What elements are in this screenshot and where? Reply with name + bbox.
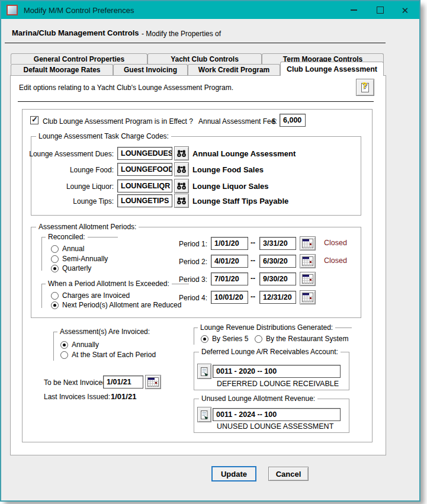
charge-code-input[interactable] xyxy=(117,194,172,207)
check-icon: ✓ xyxy=(31,115,38,124)
radio-label: Annually xyxy=(72,341,99,349)
charge-desc: Lounge Food Sales xyxy=(192,165,264,174)
radio-icon xyxy=(51,255,59,263)
next-invoiced-input[interactable] xyxy=(103,375,143,389)
radio-label: Quarterly xyxy=(62,264,91,272)
unused-account-input[interactable] xyxy=(213,408,341,421)
charge-desc: Lounge Liquor Sales xyxy=(192,182,269,191)
radio-label: Next Period(s) Allotment are Reduced xyxy=(62,301,181,309)
next-invoiced-label: To be Next Invoiced: xyxy=(44,378,108,387)
radio-annually[interactable]: Annually xyxy=(60,340,99,349)
window-title: Modify M/M Control Preferences xyxy=(24,6,134,15)
binoculars-icon xyxy=(177,182,186,190)
calendar-icon xyxy=(302,239,313,248)
update-button[interactable]: Update xyxy=(211,466,256,481)
lookup-button[interactable] xyxy=(174,146,189,160)
radio-label: Semi-Annually xyxy=(62,255,108,263)
maximize-button[interactable] xyxy=(370,1,391,19)
lookup-button[interactable] xyxy=(174,162,189,176)
period-start-input[interactable] xyxy=(211,255,248,268)
charge-desc: Lounge Staff Tips Payable xyxy=(192,197,288,206)
minimize-button[interactable] xyxy=(343,1,364,19)
radio-label: By the Restaurant System xyxy=(266,335,348,343)
calendar-button[interactable] xyxy=(300,236,316,251)
charge-row-label: Lounge Food: xyxy=(19,166,114,174)
tab-label: Guest Invoicing xyxy=(124,66,177,74)
period-end-input[interactable] xyxy=(259,255,296,268)
radio-annual[interactable]: Annual xyxy=(51,244,84,253)
maximize-icon xyxy=(377,7,384,14)
lookup-button[interactable] xyxy=(174,194,189,208)
charge-code-input[interactable] xyxy=(117,163,172,176)
date-range-separator: -- xyxy=(251,293,255,301)
calendar-icon xyxy=(302,293,313,302)
radio-icon xyxy=(51,292,59,300)
fee-label: Annual Assessment Fee: xyxy=(198,117,277,126)
calendar-icon xyxy=(147,377,159,387)
calendar-button[interactable] xyxy=(300,254,316,268)
program-in-effect-label: Club Lounge Assessment Program is in Eff… xyxy=(43,117,193,126)
calendar-button[interactable] xyxy=(300,272,316,286)
lookup-button[interactable] xyxy=(174,179,189,193)
update-button-label: Update xyxy=(221,470,247,479)
calendar-button[interactable] xyxy=(145,375,161,389)
period-end-input[interactable] xyxy=(259,237,296,250)
close-button[interactable]: ✕ xyxy=(393,1,417,19)
radio-charges-invoiced[interactable]: Charges are Invoiced xyxy=(51,291,130,300)
deferred-account-desc: DEFERRED LOUNGE RECEIVABLE xyxy=(217,380,339,388)
tab-yacht-club-controls[interactable]: Yacht Club Controls xyxy=(147,53,262,64)
account-lookup-button[interactable] xyxy=(197,407,211,422)
period-status: Closed xyxy=(324,239,347,247)
exceeded-legend: When a Period Allotment Is Exceeded: xyxy=(46,280,172,288)
charge-row-label: Lounge Assessment Dues: xyxy=(19,150,114,158)
cancel-button[interactable]: Cancel xyxy=(268,467,309,481)
calendar-icon xyxy=(302,274,313,284)
tab-label: General Control Properties xyxy=(34,55,124,63)
deferred-account-input[interactable] xyxy=(213,365,341,378)
help-button[interactable]: ? xyxy=(356,79,374,96)
period-label: Period 1: xyxy=(178,240,207,248)
description-divider xyxy=(18,101,374,102)
period-start-input[interactable] xyxy=(211,291,248,304)
period-start-input[interactable] xyxy=(211,272,248,285)
period-status: Closed xyxy=(324,256,347,265)
radio-semi-annually[interactable]: Semi-Annually xyxy=(51,254,108,264)
period-end-input[interactable] xyxy=(259,272,296,285)
page-title: Marina/Club Management Controls xyxy=(12,28,139,37)
account-lookup-button[interactable] xyxy=(197,364,211,379)
radio-by-series-5[interactable]: By Series 5 xyxy=(201,334,248,344)
radio-by-restaurant-system[interactable]: By the Restaurant System xyxy=(255,334,348,344)
binoculars-icon xyxy=(177,150,186,158)
radio-start-of-each-period[interactable]: At the Start of Each Period xyxy=(60,350,156,359)
page-subtitle: - Modify the Properties of xyxy=(142,30,221,38)
minimize-icon xyxy=(351,9,357,11)
tab-default-moorage-rates[interactable]: Default Moorage Rates xyxy=(11,64,113,75)
cancel-button-label: Cancel xyxy=(276,470,301,479)
period-label: Period 4: xyxy=(178,294,207,302)
period-start-input[interactable] xyxy=(211,237,248,250)
tab-guest-invoicing[interactable]: Guest Invoicing xyxy=(113,64,188,75)
calendar-icon xyxy=(302,256,313,266)
calendar-button[interactable] xyxy=(300,290,316,304)
charge-code-input[interactable] xyxy=(117,179,172,192)
tab-club-lounge-assessment[interactable]: Club Lounge Assessment xyxy=(280,62,384,76)
deferred-account-legend: Deferred Lounge A/R Receivables Account: xyxy=(199,348,341,356)
tab-general-control-properties[interactable]: General Control Properties xyxy=(11,53,147,64)
invoiced-legend: Assessment(s) Are Invoiced: xyxy=(57,328,152,336)
date-range-separator: -- xyxy=(251,239,255,247)
period-label: Period 2: xyxy=(178,258,207,266)
tab-label: Club Lounge Assessment xyxy=(287,65,377,73)
charge-code-input[interactable] xyxy=(117,147,172,160)
program-in-effect-checkbox[interactable]: ✓ xyxy=(30,116,38,124)
date-range-separator: -- xyxy=(251,274,255,283)
app-icon xyxy=(7,5,18,15)
radio-next-period-reduced[interactable]: Next Period(s) Allotment are Reduced xyxy=(51,300,181,310)
tab-label: Work Credit Program xyxy=(198,66,269,74)
fee-input[interactable] xyxy=(280,114,306,127)
radio-quarterly[interactable]: Quarterly xyxy=(51,264,91,273)
period-end-input[interactable] xyxy=(259,291,296,304)
tab-work-credit-program[interactable]: Work Credit Program xyxy=(188,64,280,75)
allotment-legend: Assessment Allotment Periods: xyxy=(36,223,139,231)
radio-icon xyxy=(60,351,68,359)
tab-description: Edit options relating to a Yacht Club's … xyxy=(19,84,233,92)
